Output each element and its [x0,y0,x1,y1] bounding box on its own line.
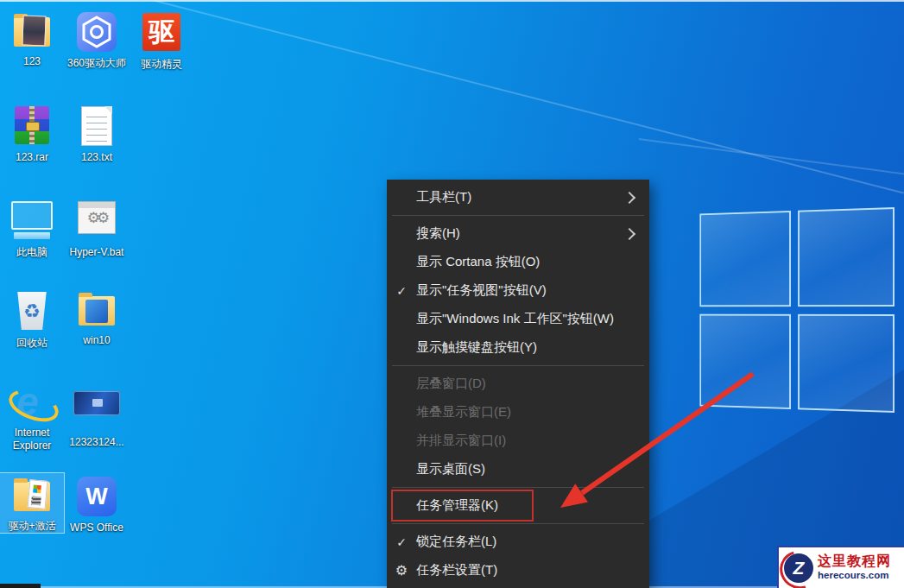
desktop-icon-driver-genius[interactable]: 驱驱动精灵 [130,9,193,71]
123-rar-icon [8,106,56,149]
windows-logo-pane [699,313,790,409]
image-12323124-icon [73,391,121,434]
wps-office-icon: W [73,477,121,520]
this-pc-icon [8,201,56,244]
context-menu-item-taskbar-settings[interactable]: ⚙任务栏设置(T) [387,556,649,585]
chevron-right-icon [623,227,635,239]
checkmark-icon: ✓ [387,284,416,298]
menu-separator [392,487,644,488]
context-menu-item-show-task-view-button[interactable]: ✓显示"任务视图"按钮(V) [387,276,649,305]
hyper-v-bat-icon: ⚙⚙ [73,201,121,244]
desktop-icon-label: win10 [65,334,129,347]
context-menu-item-show-cortana-button[interactable]: 显示 Cortana 按钮(O) [387,248,649,276]
checkmark-icon: ✓ [387,535,416,549]
desktop-icon-internet-explorer[interactable]: eInternet Explorer [0,380,64,452]
watermark-logo-icon: Z [784,553,813,583]
desktop-icon-123-rar[interactable]: 123.rar [0,102,64,164]
context-menu-item-show-touch-keyboard-button[interactable]: 显示触摸键盘按钮(Y) [387,333,649,362]
123-icon [8,10,56,54]
wallpaper-light-beam [155,0,904,194]
windows-logo-wallpaper [699,207,895,413]
menu-item-label: 显示 Cortana 按钮(O) [416,254,639,270]
desktop: 123360驱动大师驱驱动精灵123.rar123.txt此电脑⚙⚙Hyper-… [0,0,904,588]
menu-item-label: 显示"Windows Ink 工作区"按钮(W) [416,311,639,327]
taskbar-context-menu: 工具栏(T)搜索(H)显示 Cortana 按钮(O)✓显示"任务视图"按钮(V… [387,180,649,588]
desktop-icon-driver-activate-folder[interactable]: 驱动+激活 [0,473,64,533]
desktop-icon-label: 驱动精灵 [130,58,193,71]
menu-item-label: 任务管理器(K) [416,497,639,514]
windows-logo-pane [699,211,790,307]
internet-explorer-icon: e [8,382,56,425]
desktop-icon-label: 此电脑 [0,246,64,259]
menu-item-label: 工具栏(T) [416,189,625,205]
menu-item-label: 任务栏设置(T) [416,562,639,579]
watermark-site-name: 这里教程网 [818,553,891,569]
recycle-bin-icon: ♻ [8,292,56,335]
menu-separator [392,215,644,216]
desktop-icon-123[interactable]: 123 [0,9,64,68]
chevron-right-icon [623,191,635,203]
desktop-icon-label: 回收站 [0,337,64,350]
context-menu-item-task-manager[interactable]: 任务管理器(K) [387,491,649,520]
watermark-site-url: herecours.com [818,570,891,582]
menu-item-label: 显示"任务视图"按钮(V) [416,282,639,299]
desktop-icon-123-txt[interactable]: 123.txt [65,102,129,164]
menu-item-label: 显示触摸键盘按钮(Y) [416,339,639,356]
desktop-icon-recycle-bin[interactable]: ♻回收站 [0,288,64,350]
context-menu-item-lock-taskbar[interactable]: ✓锁定任务栏(L) [387,528,649,556]
desktop-icon-label: 123.rar [0,151,64,164]
desktop-icon-image-12323124[interactable]: 12323124... [65,380,129,449]
menu-separator [392,365,644,366]
context-menu-item-show-desktop[interactable]: 显示桌面(S) [387,455,649,484]
menu-item-label: 锁定任务栏(L) [416,534,639,550]
menu-item-label: 堆叠显示窗口(E) [416,404,639,420]
windows-logo-pane [798,313,895,413]
menu-item-label: 显示桌面(S) [416,461,639,477]
menu-item-label: 层叠窗口(D) [416,376,639,392]
desktop-icon-label: 123 [0,55,64,68]
desktop-icon-label: 12323124... [65,436,129,449]
desktop-icon-label: WPS Office [65,522,129,534]
win10-folder-icon [73,289,121,332]
desktop-icon-label: Internet Explorer [0,427,64,452]
driver-activate-folder-icon [8,475,56,518]
123-txt-icon [73,106,121,149]
context-menu-item-cascade-windows: 层叠窗口(D) [387,370,649,398]
driver-genius-icon: 驱 [137,13,186,56]
context-menu-item-side-by-side-windows: 并排显示窗口(I) [387,427,649,455]
context-menu-item-toolbars[interactable]: 工具栏(T) [387,183,649,212]
windows-logo-pane [798,207,895,307]
desktop-icon-label: 360驱动大师 [65,57,129,70]
context-menu-item-show-windows-ink-workspace-button[interactable]: 显示"Windows Ink 工作区"按钮(W) [387,305,649,333]
watermark-logo-letter: Z [793,558,805,579]
desktop-icon-hyper-v-bat[interactable]: ⚙⚙Hyper-V.bat [65,194,129,259]
menu-separator [392,523,644,524]
desktop-icon-label: 驱动+激活 [0,520,64,533]
desktop-icon-wps-office[interactable]: WWPS Office [65,473,129,534]
desktop-icon-label: Hyper-V.bat [65,246,129,259]
desktop-icon-360-drive-master[interactable]: 360驱动大师 [65,9,129,70]
menu-item-label: 搜索(H) [416,225,625,242]
desktop-icon-this-pc[interactable]: 此电脑 [0,194,64,259]
gear-icon: ⚙ [387,562,416,579]
desktop-icon-win10-folder[interactable]: win10 [65,288,129,347]
context-menu-item-stack-windows: 堆叠显示窗口(E) [387,398,649,427]
context-menu-item-search[interactable]: 搜索(H) [387,219,649,248]
watermark: Z 这里教程网 herecours.com [777,546,904,588]
desktop-icon-label: 123.txt [65,151,129,164]
menu-item-label: 并排显示窗口(I) [416,433,639,449]
desktop-icon-grid: 123360驱动大师驱驱动精灵123.rar123.txt此电脑⚙⚙Hyper-… [0,0,224,588]
360-drive-master-icon [73,12,121,55]
